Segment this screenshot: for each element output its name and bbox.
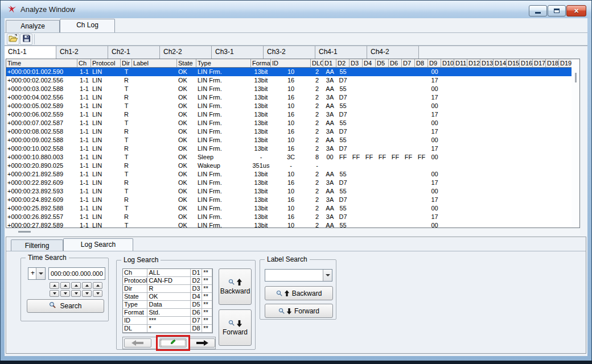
- param-value-cell[interactable]: **: [202, 325, 212, 333]
- table-row[interactable]: +000:00:23.892.5931-1LINTOKLIN Frm.13bit…: [6, 187, 572, 196]
- channel-tab-ch3-2[interactable]: Ch3-2: [264, 46, 315, 59]
- spinner-down-button[interactable]: [71, 290, 81, 297]
- column-header-state[interactable]: State: [177, 59, 196, 68]
- title-bar[interactable]: Analyze Window ✕: [1, 1, 591, 18]
- spinner-down-button[interactable]: [82, 290, 92, 297]
- table-row[interactable]: +000:00:26.892.5571-1LINROKLIN Frm.13bit…: [6, 213, 572, 221]
- param-value-cell[interactable]: **: [202, 293, 212, 301]
- spinner-down-button[interactable]: [50, 290, 59, 297]
- table-row[interactable]: +000:00:10.880.0031-1LINTOKSleep-3C800FF…: [6, 153, 572, 162]
- table-row[interactable]: +000:00:25.892.5881-1LINTOKLIN Frm.13bit…: [6, 204, 572, 213]
- column-header-d17[interactable]: D17: [533, 59, 546, 68]
- column-header-d3[interactable]: D3: [350, 59, 363, 68]
- step-backward-button[interactable]: [124, 338, 151, 348]
- table-row[interactable]: +000:00:04.002.5561-1LINROKLIN Frm.13bit…: [6, 93, 572, 102]
- channel-tab-ch4-2[interactable]: Ch4-2: [367, 46, 419, 59]
- column-header-d2[interactable]: D2: [336, 59, 350, 68]
- table-row[interactable]: +000:00:20.890.0251-1LINROKWakeup351us--: [6, 162, 572, 170]
- column-header-d18[interactable]: D18: [546, 59, 559, 68]
- param-value-cell[interactable]: **: [202, 277, 212, 285]
- table-row[interactable]: +000:00:21.892.5891-1LINTOKLIN Frm.13bit…: [6, 170, 572, 179]
- chevron-down-icon[interactable]: [36, 268, 45, 279]
- param-value-cell[interactable]: Data: [147, 301, 191, 309]
- table-row[interactable]: +000:00:22.892.6091-1LINROKLIN Frm.13bit…: [6, 179, 572, 187]
- tab-log-search[interactable]: Log Search: [63, 238, 133, 251]
- spinner-up-button[interactable]: [50, 282, 59, 289]
- log-search-backward-button[interactable]: Backward: [219, 268, 252, 305]
- column-header-d19[interactable]: D19: [559, 59, 572, 68]
- param-value-cell[interactable]: Std.: [147, 309, 191, 317]
- channel-tab-ch3-1[interactable]: Ch3-1: [212, 46, 264, 59]
- param-value-cell[interactable]: **: [202, 309, 212, 317]
- column-header-d7[interactable]: D7: [402, 59, 415, 68]
- time-sign-select[interactable]: +: [28, 267, 46, 280]
- step-forward-button[interactable]: [189, 338, 215, 348]
- spinner-up-button[interactable]: [60, 282, 70, 289]
- time-search-input[interactable]: [48, 267, 105, 280]
- spinner-up-button[interactable]: [71, 282, 81, 289]
- table-row[interactable]: +000:00:07.002.5871-1LINTOKLIN Frm.13bit…: [6, 119, 572, 127]
- param-value-cell[interactable]: ALL: [147, 269, 191, 277]
- column-header-d6[interactable]: D6: [389, 59, 402, 68]
- table-row[interactable]: +000:00:06.002.5591-1LINROKLIN Frm.13bit…: [6, 110, 572, 119]
- spinner-down-button[interactable]: [93, 290, 102, 297]
- column-header-d11[interactable]: D11: [454, 59, 467, 68]
- column-header-d10[interactable]: D10: [441, 59, 454, 68]
- open-file-button[interactable]: [7, 34, 19, 45]
- param-value-cell[interactable]: R: [147, 285, 191, 293]
- table-row[interactable]: +000:00:24.892.6091-1LINROKLIN Frm.13bit…: [6, 196, 572, 204]
- label-search-select[interactable]: [265, 269, 332, 282]
- label-search-backward-button[interactable]: Backward: [265, 286, 333, 300]
- channel-tab-ch1-2[interactable]: Ch1-2: [56, 46, 108, 59]
- column-header-d14[interactable]: D14: [494, 59, 507, 68]
- column-header-d1[interactable]: D1: [323, 59, 336, 68]
- column-header-d15[interactable]: D15: [507, 59, 520, 68]
- column-header-d9[interactable]: D9: [428, 59, 441, 68]
- column-header-id[interactable]: ID: [271, 59, 311, 68]
- column-header-format[interactable]: Format: [251, 59, 271, 68]
- column-header-dir[interactable]: Dir: [121, 59, 132, 68]
- save-button[interactable]: [20, 34, 32, 45]
- param-value-cell[interactable]: **: [202, 317, 212, 325]
- close-button[interactable]: ✕: [566, 5, 586, 16]
- edit-search-button[interactable]: [159, 338, 187, 348]
- channel-tab-ch2-2[interactable]: Ch2-2: [160, 46, 212, 59]
- horizontal-scrollbar[interactable]: [6, 229, 580, 235]
- column-header-d12[interactable]: D12: [467, 59, 480, 68]
- spinner-up-button[interactable]: [93, 282, 102, 289]
- table-row[interactable]: +000:00:10.002.5581-1LINROKLIN Frm.13bit…: [6, 144, 572, 153]
- tab-analyze[interactable]: Analyze: [6, 20, 60, 32]
- param-value-cell[interactable]: **: [202, 269, 212, 277]
- channel-tab-ch1-1[interactable]: Ch1-1: [5, 46, 56, 59]
- param-value-cell[interactable]: **: [202, 285, 212, 293]
- column-header-d4[interactable]: D4: [363, 59, 376, 68]
- table-row[interactable]: +000:00:02.002.5561-1LINROKLIN Frm.13bit…: [6, 76, 572, 85]
- param-value-cell[interactable]: *: [147, 325, 191, 333]
- label-search-forward-button[interactable]: Forward: [265, 304, 333, 318]
- param-value-cell[interactable]: CAN-FD: [147, 277, 191, 285]
- column-header-d8[interactable]: D8: [415, 59, 428, 68]
- vertical-scrollbar-thumb[interactable]: [575, 73, 577, 82]
- table-row[interactable]: +000:00:05.002.5891-1LINTOKLIN Frm.13bit…: [6, 102, 572, 110]
- column-header-dlc[interactable]: DLC: [311, 59, 323, 68]
- spinner-up-button[interactable]: [82, 282, 92, 289]
- column-header-type[interactable]: Type: [196, 59, 251, 68]
- channel-tab-ch4-1[interactable]: Ch4-1: [315, 46, 367, 59]
- param-value-cell[interactable]: OK: [147, 293, 191, 301]
- minimize-button[interactable]: [529, 5, 547, 16]
- column-header-d16[interactable]: D16: [520, 59, 533, 68]
- param-value-cell[interactable]: ***: [147, 317, 191, 325]
- maximize-button[interactable]: [548, 5, 566, 16]
- table-row[interactable]: +000:00:09.002.5881-1LINTOKLIN Frm.13bit…: [6, 136, 572, 144]
- tab-ch-log[interactable]: Ch Log: [60, 19, 115, 32]
- column-header-d5[interactable]: D5: [376, 59, 389, 68]
- tab-filtering[interactable]: Filtering: [11, 239, 63, 251]
- table-row[interactable]: +000:00:03.002.5881-1LINTOKLIN Frm.13bit…: [6, 85, 572, 93]
- spinner-down-button[interactable]: [60, 290, 70, 297]
- vertical-scrollbar[interactable]: [572, 59, 579, 228]
- column-header-ch[interactable]: Ch: [77, 59, 91, 68]
- table-row[interactable]: +000:00:08.002.5581-1LINROKLIN Frm.13bit…: [6, 127, 572, 136]
- column-header-d13[interactable]: D13: [480, 59, 494, 68]
- column-header-label[interactable]: Label: [132, 59, 177, 68]
- horizontal-scrollbar-thumb[interactable]: [18, 231, 31, 233]
